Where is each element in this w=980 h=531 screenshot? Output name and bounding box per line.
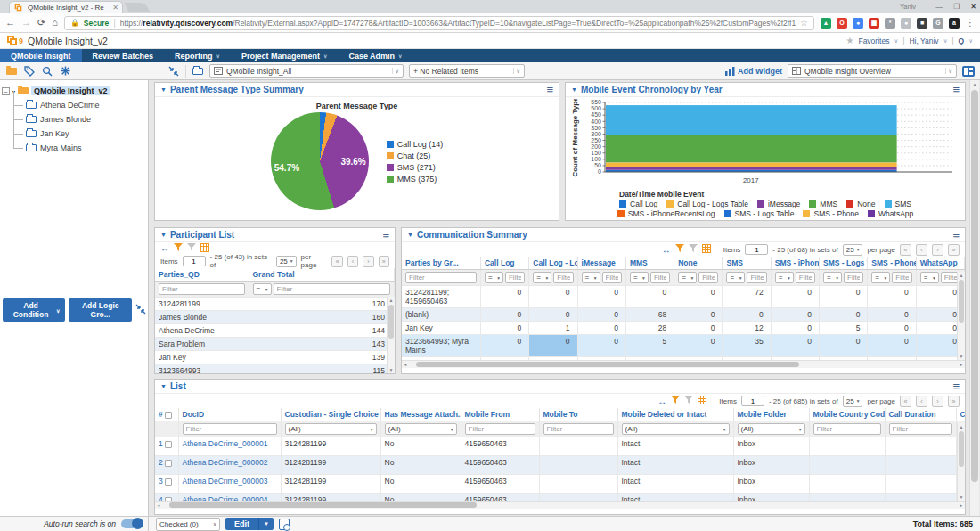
asterisk-extension-icon[interactable]: *	[885, 18, 895, 29]
table-row[interactable]: 3124281199; 415965046300000720000	[402, 286, 965, 308]
filter-input[interactable]	[543, 423, 614, 435]
bookmark-star-icon[interactable]: ☆	[800, 18, 808, 28]
forward-icon[interactable]: →	[21, 18, 31, 28]
pivot-value-cell[interactable]: 0	[674, 335, 723, 357]
pivot-value-cell[interactable]: 0	[577, 335, 625, 357]
pivot-value-cell[interactable]: 0	[625, 286, 674, 308]
filter-operator-select[interactable]: =▾	[678, 272, 697, 283]
pivot-grid-icon[interactable]	[200, 243, 209, 254]
collapse-conditions-icon[interactable]	[135, 304, 146, 316]
table-row[interactable]: 3123664993; Myra Mains00050350000	[402, 335, 965, 357]
widget-menu-icon[interactable]: ≡	[952, 382, 960, 391]
filter-input[interactable]	[889, 423, 952, 435]
pivot-value-cell[interactable]: 0	[577, 322, 625, 335]
pivot-value-cell[interactable]: 0	[771, 335, 819, 357]
browser-menu-icon[interactable]: ⋮	[966, 18, 975, 28]
collapse-widget-icon[interactable]: ▼	[407, 232, 413, 238]
pivot-value-cell[interactable]: 28	[625, 322, 674, 335]
widget-menu-icon[interactable]: ≡	[952, 231, 960, 240]
pivot-value-cell[interactable]: 0	[480, 286, 528, 308]
column-header[interactable]: Mobile From	[461, 408, 539, 421]
column-header[interactable]: Chat I	[956, 408, 965, 421]
saved-search-dropdown[interactable]: QMobile Insight_All ∨	[209, 64, 404, 78]
scroll-down-icon[interactable]: ▼	[388, 366, 395, 373]
resize-columns-icon[interactable]: ↔	[657, 396, 666, 406]
collapse-widget-icon[interactable]: ▼	[160, 232, 167, 238]
last-page-button[interactable]: »	[948, 244, 960, 256]
next-page-button[interactable]: ›	[932, 396, 943, 407]
pivot-value-cell[interactable]: 0	[771, 286, 819, 308]
scroll-right-icon[interactable]: ▸	[958, 362, 965, 367]
prev-page-button[interactable]: ‹	[347, 256, 358, 267]
filter-input[interactable]	[698, 272, 718, 283]
table-row[interactable]: 2 Athena DeCrime_0000023124281199No41596…	[155, 456, 965, 475]
pivot-value-cell[interactable]: 5	[820, 322, 868, 335]
table-row[interactable]: 3 Athena DeCrime_0000033124281199No41596…	[155, 475, 965, 494]
tree-item-james-blonde[interactable]: James Blonde	[13, 112, 146, 127]
autorun-toggle[interactable]	[121, 519, 143, 528]
pivot-value-cell[interactable]: 0	[529, 335, 577, 357]
badge-extension-icon[interactable]: a	[949, 18, 960, 29]
column-header[interactable]: Mobile To	[539, 408, 617, 421]
pivot-value-cell[interactable]: 0	[771, 308, 819, 322]
pivot-value-cell[interactable]: 0	[480, 335, 528, 357]
search-browser-icon[interactable]	[41, 65, 53, 78]
tree-item-myra-mains[interactable]: Myra Mains	[13, 141, 146, 155]
pivot-value-cell[interactable]: 0	[868, 308, 916, 322]
dashboard-layout-icon[interactable]	[962, 66, 975, 77]
nav-tab-reporting[interactable]: Reporting∨	[164, 49, 231, 62]
select-all-checkbox[interactable]	[165, 412, 172, 419]
vertical-scrollbar[interactable]: ▲▼	[387, 297, 395, 373]
widget-menu-icon[interactable]: ≡	[546, 86, 553, 94]
checked-dropdown[interactable]: Checked (0) ∨	[156, 518, 220, 531]
back-icon[interactable]: ←	[5, 18, 15, 28]
first-page-button[interactable]: «	[331, 256, 342, 267]
filter-input[interactable]	[892, 272, 911, 283]
first-page-button[interactable]: «	[900, 396, 911, 407]
column-header[interactable]: Mobile Country Code	[809, 408, 885, 421]
filter-input[interactable]	[650, 272, 670, 283]
scroll-up-icon[interactable]: ▲	[970, 80, 979, 89]
field-tree-icon[interactable]	[23, 65, 36, 78]
filter-funnel-icon[interactable]	[675, 244, 684, 255]
nav-tab-case-admin[interactable]: Case Admin∨	[338, 49, 412, 62]
window-close-icon[interactable]: ✕	[970, 3, 976, 11]
tree-item-athena-decrime[interactable]: Athena DeCrime	[13, 98, 146, 112]
column-header[interactable]: MMS	[625, 257, 674, 270]
pivot-value-cell[interactable]: 0	[820, 308, 868, 322]
table-row[interactable]: Sara Problem143	[155, 338, 395, 351]
new-search-icon[interactable]	[59, 65, 71, 78]
page-start-input[interactable]	[741, 396, 764, 406]
table-row[interactable]: (blank)00068000000	[402, 308, 965, 322]
filter-operator-select[interactable]: =▾	[533, 272, 551, 283]
pivot-value-cell[interactable]: 0	[529, 286, 577, 308]
tree-root-item[interactable]: –▾QMobile Insight_v2	[2, 84, 146, 98]
horizontal-scrollbar[interactable]: ◂▸	[155, 501, 965, 509]
filter-funnel-icon[interactable]	[671, 396, 680, 406]
home-icon[interactable]: ⌂	[52, 18, 58, 28]
folders-browser-icon[interactable]	[5, 65, 18, 78]
opera-extension-icon[interactable]: O	[837, 18, 847, 29]
docid-cell[interactable]: Athena DeCrime_000001	[178, 437, 281, 456]
favorites-menu[interactable]: Favorites	[858, 37, 889, 45]
row-checkbox[interactable]	[165, 441, 172, 448]
column-header[interactable]: None	[674, 257, 723, 270]
tab-close-icon[interactable]: ✕	[112, 4, 118, 12]
pivot-value-cell[interactable]: 0	[480, 322, 528, 335]
user-menu[interactable]: Hi, Yaniv	[909, 37, 938, 45]
export-icon[interactable]	[279, 519, 290, 530]
filter-input[interactable]	[602, 272, 622, 283]
filter-operator-select[interactable]: =▾	[253, 283, 272, 295]
filter-input[interactable]	[844, 272, 863, 283]
quick-search-menu[interactable]: Q	[959, 37, 965, 45]
filter-operator-select[interactable]: =▾	[775, 272, 794, 283]
last-page-button[interactable]: »	[948, 396, 960, 407]
browser-tab[interactable]: QMobile Insight_v2 - Re ✕	[9, 1, 123, 13]
scroll-up-icon[interactable]: ▲	[958, 423, 965, 430]
docid-link[interactable]: Athena DeCrime_000003	[183, 477, 268, 486]
per-page-select[interactable]: 25▾	[843, 244, 863, 256]
g-extension-icon[interactable]: G	[933, 18, 943, 29]
filter-operator-select[interactable]: =▾	[871, 272, 890, 283]
scroll-down-icon[interactable]: ▼	[958, 353, 965, 360]
table-row[interactable]: Jan Key010280120500	[402, 322, 965, 335]
